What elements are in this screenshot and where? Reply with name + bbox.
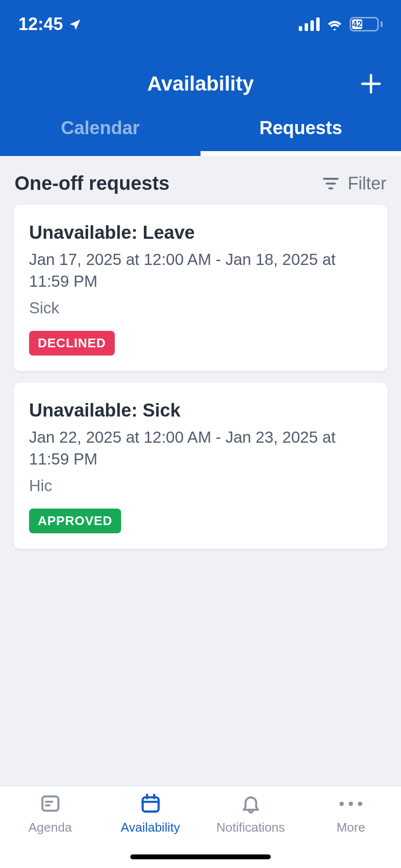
status-left: 12:45 [18, 14, 81, 34]
status-bar: 12:45 42 [0, 0, 401, 48]
request-date-range: Jan 22, 2025 at 12:00 AM - Jan 23, 2025 … [29, 427, 372, 470]
status-badge: APPROVED [29, 509, 121, 533]
request-list: Unavailable: LeaveJan 17, 2025 at 12:00 … [0, 205, 401, 549]
tabs: Calendar Requests [0, 105, 401, 156]
home-indicator [130, 854, 271, 859]
calendar-icon [140, 793, 161, 814]
nav-more-label: More [337, 820, 365, 835]
status-time: 12:45 [18, 14, 63, 34]
header: Availability Calendar Requests [0, 48, 401, 156]
add-button[interactable] [359, 72, 383, 95]
plus-icon [359, 72, 383, 95]
status-right: 42 [299, 17, 383, 31]
request-note: Hic [29, 477, 372, 495]
more-icon [339, 793, 362, 814]
tab-calendar[interactable]: Calendar [0, 105, 200, 156]
wifi-icon [326, 18, 343, 31]
nav-availability-label: Availability [121, 820, 180, 835]
tab-requests[interactable]: Requests [200, 105, 401, 156]
section-header: One-off requests Filter [0, 156, 401, 205]
filter-button[interactable]: Filter [323, 173, 386, 194]
request-title: Unavailable: Leave [29, 222, 372, 243]
status-badge: DECLINED [29, 331, 115, 356]
svg-rect-5 [42, 796, 58, 810]
svg-rect-8 [142, 797, 158, 811]
bell-icon [240, 793, 262, 814]
battery-icon: 42 [350, 17, 383, 31]
nav-notifications-label: Notifications [216, 820, 285, 835]
request-date-range: Jan 17, 2025 at 12:00 AM - Jan 18, 2025 … [29, 249, 372, 292]
page-title: Availability [147, 72, 254, 95]
location-icon [69, 18, 81, 31]
cellular-icon [299, 17, 320, 31]
request-card[interactable]: Unavailable: LeaveJan 17, 2025 at 12:00 … [14, 205, 387, 371]
nav-agenda-label: Agenda [29, 820, 72, 835]
request-title: Unavailable: Sick [29, 400, 372, 421]
filter-label: Filter [348, 173, 386, 194]
nav-more[interactable]: More [301, 793, 401, 868]
request-note: Sick [29, 299, 372, 317]
battery-level: 42 [352, 19, 362, 29]
content: One-off requests Filter Unavailable: Lea… [0, 156, 401, 786]
section-title: One-off requests [15, 172, 170, 194]
request-card[interactable]: Unavailable: SickJan 22, 2025 at 12:00 A… [14, 383, 387, 549]
agenda-icon [40, 793, 61, 814]
nav-agenda[interactable]: Agenda [0, 793, 100, 868]
filter-icon [323, 177, 339, 190]
